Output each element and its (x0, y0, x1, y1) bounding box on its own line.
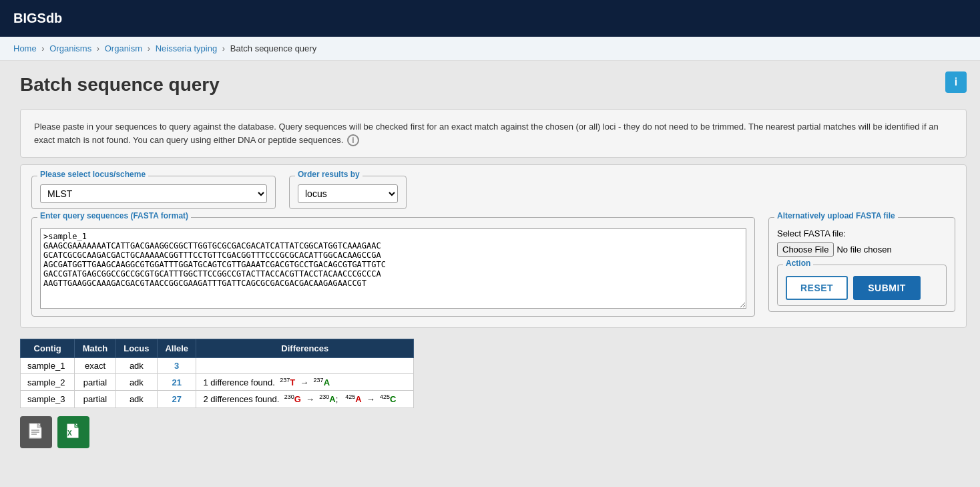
upload-fasta-section: Alternatively upload FASTA file Select F… (768, 217, 955, 312)
locus-select[interactable]: MLST abcZ adk (40, 184, 267, 203)
locus-scheme-group: Please select locus/scheme MLST abcZ adk (31, 176, 276, 209)
action-buttons: RESET SUBMIT (786, 276, 938, 300)
results-table: Contig Match Locus Allele Differences sa… (20, 339, 414, 408)
query-section: Enter query sequences (FASTA format) >sa… (31, 217, 955, 317)
upload-legend: Alternatively upload FASTA file (774, 211, 898, 220)
app-title: BIGSdb (13, 11, 62, 25)
table-row: sample_1 exact adk 3 (21, 358, 414, 374)
description-box: Please paste in your sequences to query … (20, 109, 967, 158)
page-title: Batch sequence query (20, 74, 967, 96)
cell-allele: 21 (158, 374, 196, 391)
export-text-button[interactable] (20, 416, 52, 448)
order-select[interactable]: locus contig (298, 184, 398, 203)
breadcrumb-sep-1: › (41, 43, 44, 53)
cell-match: partial (75, 391, 115, 408)
allele-link[interactable]: 27 (172, 394, 182, 404)
cell-locus: adk (115, 391, 157, 408)
col-contig: Contig (21, 339, 75, 358)
breadcrumb-organisms[interactable]: Organisms (49, 43, 91, 53)
export-buttons: X (20, 416, 967, 448)
breadcrumb-organism[interactable]: Organism (105, 43, 142, 53)
results-area: Contig Match Locus Allele Differences sa… (20, 339, 967, 448)
cell-contig: sample_2 (21, 374, 75, 391)
file-input-wrapper (777, 242, 947, 257)
action-legend: Action (783, 259, 813, 268)
breadcrumb-neisseria[interactable]: Neisseria typing (156, 43, 218, 53)
query-textarea[interactable]: >sample_1 GAAGCGAAAAAAATCATTGACGAAGGCGGC… (40, 228, 746, 309)
query-textarea-group: Enter query sequences (FASTA format) >sa… (31, 217, 755, 317)
table-row: sample_2 partial adk 21 1 difference fou… (21, 374, 414, 391)
order-legend: Order results by (295, 170, 362, 179)
order-by-group: Order results by locus contig (289, 176, 407, 209)
export-excel-button[interactable]: X (57, 416, 89, 448)
col-match: Match (75, 339, 115, 358)
svg-text:X: X (67, 430, 72, 437)
cell-differences: 2 differences found. 230G → 230A; 425A →… (196, 391, 414, 408)
breadcrumb-sep-2: › (97, 43, 99, 53)
allele-link[interactable]: 21 (172, 377, 182, 387)
cell-differences: 1 difference found. 237T → 237A (196, 374, 414, 391)
table-header-row: Contig Match Locus Allele Differences (21, 339, 414, 358)
app-header: BIGSdb (0, 0, 980, 37)
cell-differences (196, 358, 414, 374)
cell-match: partial (75, 374, 115, 391)
locus-legend: Please select locus/scheme (37, 170, 148, 179)
cell-allele: 3 (158, 358, 196, 374)
breadcrumb-sep-4: › (222, 43, 225, 53)
breadcrumb-home[interactable]: Home (13, 43, 37, 53)
main-content: i Batch sequence query Please paste in y… (0, 61, 980, 462)
select-fasta-label: Select FASTA file: (777, 228, 947, 238)
cell-locus: adk (115, 374, 157, 391)
cell-contig: sample_1 (21, 358, 75, 374)
action-group: Action RESET SUBMIT (777, 265, 947, 306)
cell-allele: 27 (158, 391, 196, 408)
text-file-icon (28, 423, 44, 442)
col-allele: Allele (158, 339, 196, 358)
col-locus: Locus (115, 339, 157, 358)
query-legend: Enter query sequences (FASTA format) (37, 211, 191, 220)
submit-button[interactable]: SUBMIT (853, 276, 921, 300)
allele-link[interactable]: 3 (174, 361, 179, 371)
breadcrumb: Home › Organisms › Organism › Neisseria … (0, 37, 980, 61)
breadcrumb-sep-3: › (148, 43, 150, 53)
cell-locus: adk (115, 358, 157, 374)
cell-contig: sample_3 (21, 391, 75, 408)
cell-match: exact (75, 358, 115, 374)
excel-file-icon: X (65, 423, 81, 442)
form-row-selects: Please select locus/scheme MLST abcZ adk… (31, 176, 955, 209)
description-text: Please paste in your sequences to query … (34, 120, 953, 146)
help-icon[interactable]: i (945, 71, 967, 93)
col-differences: Differences (196, 339, 414, 358)
form-area: Please select locus/scheme MLST abcZ adk… (20, 164, 967, 328)
description-info-icon[interactable]: i (347, 134, 359, 146)
table-row: sample_3 partial adk 27 2 differences fo… (21, 391, 414, 408)
reset-button[interactable]: RESET (786, 276, 848, 300)
fasta-file-input[interactable] (777, 242, 941, 257)
help-icon-label: i (955, 76, 957, 88)
breadcrumb-current: Batch sequence query (230, 43, 316, 53)
